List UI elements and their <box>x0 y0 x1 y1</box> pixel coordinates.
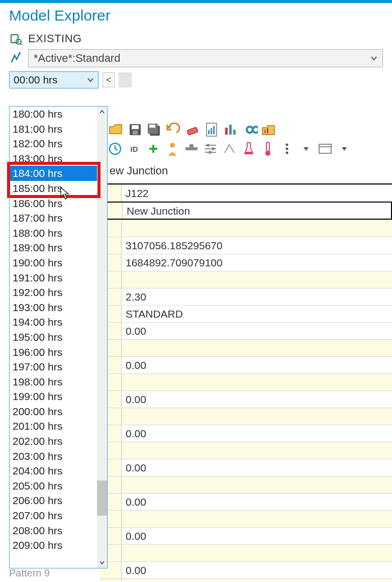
save-all-icon[interactable] <box>146 121 163 138</box>
folder-open-icon[interactable] <box>108 121 125 138</box>
dropdown-scrollbar[interactable] <box>97 107 107 568</box>
horizontal-scroll-track[interactable] <box>119 72 132 87</box>
prop-y-value[interactable]: 1684892.709079100 <box>122 254 392 271</box>
time-option[interactable]: 193:00 hrs <box>10 300 97 315</box>
svg-rect-0 <box>11 35 18 43</box>
valve-icon[interactable] <box>183 140 200 157</box>
person-icon[interactable] <box>164 140 181 157</box>
time-option[interactable]: 187:00 hrs <box>10 211 97 226</box>
time-option[interactable]: 186:00 hrs <box>10 196 97 211</box>
id-icon[interactable]: ID <box>126 140 143 157</box>
alternative-combo[interactable]: *Active*:Standard <box>28 49 383 67</box>
svg-rect-12 <box>208 130 210 134</box>
toolbar-row-2: ID <box>100 139 392 160</box>
scroll-thumb[interactable] <box>97 480 107 516</box>
time-option[interactable]: 202:00 hrs <box>10 434 97 449</box>
prop-category <box>122 579 392 582</box>
prop-category <box>122 340 392 356</box>
time-combo[interactable]: 00:00 hrs <box>9 71 99 88</box>
prop-p3-value[interactable]: 0.00 <box>122 459 392 476</box>
time-option[interactable]: 200:00 hrs <box>10 404 97 419</box>
time-option[interactable]: 181:00 hrs <box>10 122 97 137</box>
alternative-combo-label: *Active*:Standard <box>34 52 120 65</box>
thermometer-icon[interactable] <box>259 140 276 157</box>
time-option[interactable]: 188:00 hrs <box>10 226 97 241</box>
dropdown-triangle-icon[interactable] <box>298 140 315 157</box>
time-option[interactable]: 180:00 hrs <box>10 107 97 122</box>
prop-p0-value[interactable]: 0.00 <box>122 357 392 373</box>
time-option[interactable]: 208:00 hrs <box>10 523 97 538</box>
prop-p4-value[interactable]: 0.00 <box>122 494 392 510</box>
time-option[interactable]: 205:00 hrs <box>10 478 97 494</box>
report-icon[interactable] <box>203 121 220 138</box>
footer-text: Pattern 9 <box>9 567 50 579</box>
clock-icon[interactable] <box>107 140 124 157</box>
window-icon[interactable] <box>317 140 334 157</box>
svg-rect-14 <box>213 126 215 134</box>
svg-line-2 <box>20 43 22 45</box>
time-option[interactable]: 184:00 hrs <box>10 166 97 181</box>
svg-rect-16 <box>229 125 232 135</box>
prop-p5-value[interactable]: 0.00 <box>122 528 392 544</box>
undo-icon[interactable] <box>165 121 182 138</box>
time-option[interactable]: 207:00 hrs <box>10 508 97 523</box>
prop-x-value[interactable]: 3107056.185295670 <box>122 237 392 254</box>
prop-v2-value[interactable]: STANDARD <box>122 306 392 322</box>
time-option[interactable]: 183:00 hrs <box>10 151 97 166</box>
prop-v3-value[interactable]: 0.00 <box>122 323 392 339</box>
svg-rect-18 <box>264 130 266 133</box>
prop-p1-value[interactable]: 0.00 <box>122 391 392 408</box>
time-option[interactable]: 197:00 hrs <box>10 359 97 374</box>
time-option[interactable]: 192:00 hrs <box>10 285 97 300</box>
time-option[interactable]: 199:00 hrs <box>10 389 97 404</box>
prop-desc-value[interactable]: New Junction <box>123 203 391 219</box>
time-option[interactable]: 189:00 hrs <box>10 240 97 255</box>
menu-dots-icon[interactable] <box>278 140 296 157</box>
time-option[interactable]: 206:00 hrs <box>10 493 97 508</box>
time-option[interactable]: 194:00 hrs <box>10 315 97 330</box>
scroll-down-icon[interactable] <box>97 557 107 568</box>
time-option[interactable]: 195:00 hrs <box>10 330 97 345</box>
prop-p2-value[interactable]: 0.00 <box>122 425 392 442</box>
time-option[interactable]: 182:00 hrs <box>10 136 97 151</box>
scroll-up-icon[interactable] <box>97 107 107 118</box>
svg-point-27 <box>207 144 210 147</box>
dropdown-triangle-icon[interactable] <box>336 140 353 157</box>
time-option[interactable]: 198:00 hrs <box>10 374 97 390</box>
prop-id-value[interactable]: J122 <box>122 185 392 202</box>
time-option[interactable]: 190:00 hrs <box>10 255 97 270</box>
time-option[interactable]: 209:00 hrs <box>10 538 97 553</box>
time-option[interactable]: 196:00 hrs <box>10 345 97 360</box>
link-icon[interactable] <box>241 121 258 138</box>
time-combo-label: 00:00 hrs <box>14 74 58 86</box>
collapse-button[interactable]: < <box>103 72 115 87</box>
add-icon[interactable] <box>145 140 162 157</box>
time-option[interactable]: 191:00 hrs <box>10 270 97 285</box>
svg-rect-9 <box>149 125 155 128</box>
routing-icon[interactable] <box>221 140 238 157</box>
flask-icon[interactable] <box>240 140 257 157</box>
tab-label[interactable]: ew Junction <box>100 160 392 180</box>
prop-p6-value[interactable]: 0.00 <box>122 562 392 578</box>
scenario-icon <box>9 32 22 45</box>
eraser-icon[interactable] <box>184 121 201 138</box>
toolbar-row-1 <box>100 118 392 139</box>
svg-rect-19 <box>267 128 268 133</box>
prop-category <box>122 374 392 391</box>
time-option[interactable]: 201:00 hrs <box>10 419 97 434</box>
svg-point-32 <box>286 144 288 146</box>
time-option[interactable]: 185:00 hrs <box>10 181 97 196</box>
chart-folder-icon[interactable] <box>260 121 277 138</box>
settings-sliders-icon[interactable] <box>202 140 219 157</box>
prop-category <box>122 511 392 527</box>
bars-icon[interactable] <box>222 121 239 138</box>
prop-v1-value[interactable]: 2.30 <box>122 288 392 305</box>
svg-point-31 <box>265 151 270 156</box>
save-icon[interactable] <box>127 121 144 138</box>
svg-rect-6 <box>133 131 138 135</box>
time-option[interactable]: 204:00 hrs <box>10 463 97 478</box>
time-dropdown[interactable]: 180:00 hrs181:00 hrs182:00 hrs183:00 hrs… <box>9 106 108 568</box>
time-option[interactable]: 203:00 hrs <box>10 449 97 464</box>
prop-category <box>122 408 392 425</box>
chevron-down-icon <box>370 55 377 62</box>
